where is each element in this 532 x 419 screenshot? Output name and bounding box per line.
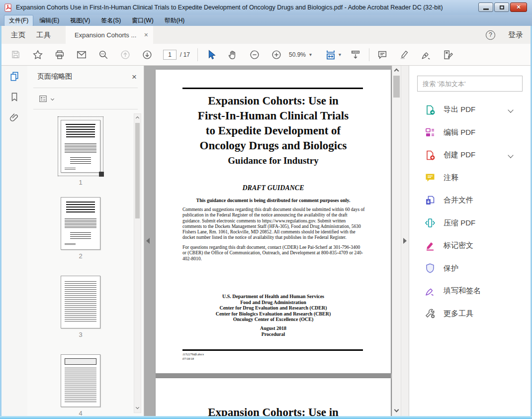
select-tool-button[interactable] xyxy=(205,49,216,60)
save-button[interactable] xyxy=(10,49,21,60)
favorites-button[interactable] xyxy=(32,49,43,60)
title-bar: Expansion Cohorts Use in First-In-Human … xyxy=(0,0,532,15)
chevron-down-icon: ▾ xyxy=(339,52,341,57)
page-total-label: / 17 xyxy=(180,51,190,58)
tool-comment[interactable]: 注释 xyxy=(409,167,531,190)
contact-paragraph: For questions regarding this draft docum… xyxy=(182,245,365,262)
thumbnails-panel-header: 页面缩略图 × xyxy=(27,66,144,88)
scrollbar-thumb[interactable] xyxy=(135,123,140,218)
highlight-button[interactable] xyxy=(398,49,410,60)
document-viewport[interactable]: Expansion Cohorts: Use in First-In-Human… xyxy=(144,66,392,416)
page-thumbnails-rail-button[interactable] xyxy=(1,66,27,87)
thumbnails-panel-title: 页面缩略图 xyxy=(37,72,132,81)
tab-bar: 主页 工具 Expansion Cohorts ... × ? 登录 xyxy=(0,26,532,44)
fit-width-button[interactable]: ▾ xyxy=(325,49,341,61)
create-pdf-icon xyxy=(424,149,436,161)
fill-sign-icon xyxy=(424,285,436,297)
next-page-button[interactable] xyxy=(141,49,153,60)
thumbnail-page-3[interactable] xyxy=(61,276,100,328)
page2-heading: Expansion Cohorts: Use in xyxy=(156,406,391,416)
distribution-notice: This guidance document is being distribu… xyxy=(156,198,391,203)
bookmarks-rail-button[interactable] xyxy=(1,87,27,107)
page-scrolling-button[interactable] xyxy=(350,49,361,60)
collapse-left-panel-button[interactable] xyxy=(146,238,150,244)
minimize-icon xyxy=(483,8,489,10)
minimize-button[interactable] xyxy=(478,2,493,12)
menu-item-window[interactable]: 窗口(W) xyxy=(127,15,158,26)
thumbnail-page-2[interactable] xyxy=(61,197,100,250)
chevron-down-icon: ▾ xyxy=(309,52,312,57)
fill-sign-toolbar-button[interactable] xyxy=(442,49,453,60)
window-border-left xyxy=(0,26,1,416)
zoom-in-button[interactable] xyxy=(270,49,282,60)
more-tools-icon xyxy=(424,308,436,319)
scroll-up-icon[interactable] xyxy=(136,116,139,120)
menu-item-help[interactable]: 帮助(H) xyxy=(160,15,190,26)
tab-close-icon[interactable]: × xyxy=(144,31,148,38)
hand-icon xyxy=(227,49,238,60)
tool-fill-sign[interactable]: 填写和签名 xyxy=(409,280,531,303)
page-number-input[interactable] xyxy=(163,50,177,60)
footer-doc-id: 1152276dft.docx xyxy=(182,352,204,356)
paperclip-icon xyxy=(9,112,20,123)
zoom-out-button[interactable] xyxy=(249,49,260,60)
sign-button[interactable] xyxy=(420,49,432,60)
scroll-down-icon[interactable] xyxy=(136,406,139,409)
help-button[interactable]: ? xyxy=(486,30,495,40)
edit-pdf-icon xyxy=(424,126,436,138)
tool-protect[interactable]: 保护 xyxy=(409,257,531,280)
comments-paragraph: Comments and suggestions regarding this … xyxy=(182,207,365,241)
comment-tool-icon xyxy=(424,172,436,184)
tool-export-pdf[interactable]: 导出 PDF xyxy=(409,99,531,121)
save-icon xyxy=(10,49,21,60)
previous-page-button[interactable] xyxy=(119,49,131,60)
page-thumbnails-icon xyxy=(9,71,20,82)
tab-document[interactable]: Expansion Cohorts ... × xyxy=(66,26,153,44)
scrollbar-thumb[interactable] xyxy=(393,76,400,98)
tab-home[interactable]: 主页 xyxy=(11,30,25,40)
tool-combine-files[interactable]: 合并文件 xyxy=(409,189,531,212)
thumbnail-page-4[interactable] xyxy=(61,354,100,407)
right-panel-handle xyxy=(401,66,409,416)
scroll-down-icon[interactable] xyxy=(394,408,399,413)
page-down-icon xyxy=(142,49,153,60)
tab-document-label: Expansion Cohorts ... xyxy=(75,31,140,39)
search-button[interactable] xyxy=(97,49,109,60)
zoom-level-select[interactable]: 50.9% ▾ xyxy=(289,51,312,58)
combine-files-icon xyxy=(424,195,436,207)
tool-compress-pdf[interactable]: 压缩 PDF xyxy=(409,212,531,235)
page-thumbnail-image xyxy=(61,120,100,173)
tool-create-pdf[interactable]: 创建 PDF xyxy=(409,144,531,167)
divider xyxy=(33,109,138,109)
menu-item-view[interactable]: 视图(V) xyxy=(65,15,95,26)
protect-icon xyxy=(424,262,436,274)
print-button[interactable] xyxy=(54,49,65,60)
tool-edit-pdf[interactable]: 编辑 PDF xyxy=(409,121,531,144)
thumbnails-options-button[interactable] xyxy=(27,88,144,109)
email-button[interactable] xyxy=(76,49,87,60)
close-button[interactable]: ✕ xyxy=(510,2,527,12)
collapse-right-panel-button[interactable] xyxy=(403,238,407,244)
tab-tools[interactable]: 工具 xyxy=(36,30,51,40)
fit-width-icon xyxy=(325,49,337,61)
attachments-rail-button[interactable] xyxy=(1,107,27,128)
chevron-down-icon xyxy=(51,97,54,100)
page-thumbnail-image xyxy=(61,354,100,407)
menu-item-edit[interactable]: 编辑(E) xyxy=(34,15,64,26)
hand-tool-button[interactable] xyxy=(227,49,238,60)
tool-redact[interactable]: 标记密文 xyxy=(409,234,531,257)
scroll-up-icon[interactable] xyxy=(394,69,399,74)
pdf-page-1: Expansion Cohorts: Use in First-In-Human… xyxy=(156,70,391,373)
menu-item-sign[interactable]: 签名(S) xyxy=(96,15,126,26)
tools-search-input[interactable] xyxy=(417,76,523,92)
tool-more-tools[interactable]: 更多工具 xyxy=(409,303,531,325)
menu-item-file[interactable]: 文件(F) xyxy=(4,15,33,26)
maximize-button[interactable] xyxy=(494,2,509,12)
zoom-in-icon xyxy=(271,49,282,60)
chevron-down-icon xyxy=(508,107,513,112)
sign-in-button[interactable]: 登录 xyxy=(508,30,523,40)
comment-button[interactable] xyxy=(376,49,388,60)
tools-panel: 导出 PDF 编辑 PDF 创建 PDF 注释 合并文件 xyxy=(409,66,531,416)
thumbnail-page-1[interactable] xyxy=(58,116,103,176)
panel-close-icon[interactable]: × xyxy=(132,73,137,81)
